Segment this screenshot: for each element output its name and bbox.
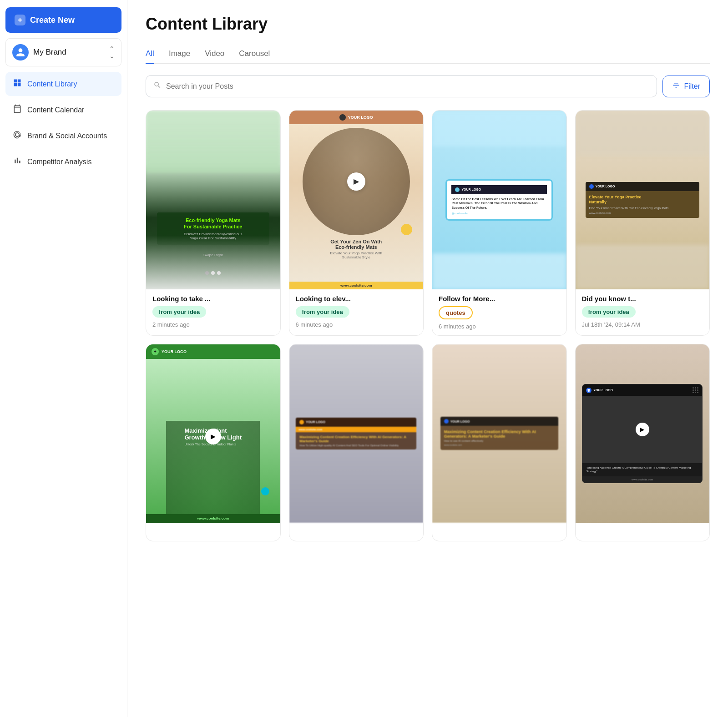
content-tabs: All Image Video Carousel [146,45,710,64]
at-icon [13,130,22,141]
tab-image[interactable]: Image [169,45,190,64]
content-card-3[interactable]: YOUR LOGO Some Of The Best Lessons We Ev… [432,110,567,336]
content-card-7[interactable]: YOUR LOGO Maximizing Content Creation Ef… [432,344,567,542]
card-title-3: Follow for More... [439,295,560,303]
tab-carousel[interactable]: Carousel [239,45,270,64]
card-timestamp-3: 6 minutes ago [439,323,560,330]
brand-name-label: My Brand [33,48,105,57]
avatar [12,44,29,61]
card-tag-2: from your idea [296,306,349,318]
filter-icon [672,81,680,91]
card-image-8: YOUR LOGO ▶ "Unlocking Audience Growth: … [576,344,710,523]
sidebar-item-label-content-calendar: Content Calendar [27,106,84,114]
create-new-button[interactable]: + Create New [5,7,121,33]
card-title-2: Looking to elev... [296,295,417,303]
card-image-4: YOUR LOGO Elevate Your Yoga PracticeNatu… [576,111,710,289]
card-tag-4: from your idea [582,306,636,318]
search-icon [153,81,162,91]
sidebar-item-label-brand-social: Brand & Social Accounts [27,132,107,140]
search-input[interactable] [166,82,649,91]
sidebar-item-content-library[interactable]: Content Library [5,72,121,96]
filter-label: Filter [684,82,700,91]
content-card-5[interactable]: + YOUR LOGO Maximize PlantGrowth In Low … [146,344,281,542]
plus-icon: + [15,15,25,25]
card-timestamp-2: 6 minutes ago [296,321,417,328]
card-image-1: Eco-friendly Yoga MatsFor Sustainable Pr… [146,111,280,289]
sidebar-item-label-content-library: Content Library [27,80,77,88]
card-timestamp-1: 2 minutes ago [152,321,274,328]
card-image-3: YOUR LOGO Some Of The Best Lessons We Ev… [432,111,566,289]
card-image-7: YOUR LOGO Maximizing Content Creation Ef… [432,344,566,523]
card-footer-4: Did you know t... from your idea Jul 18t… [576,289,710,333]
card-footer-5 [146,523,280,541]
page-title: Content Library [146,15,710,34]
content-card-4[interactable]: YOUR LOGO Elevate Your Yoga PracticeNatu… [575,110,710,336]
card-tag-3: quotes [439,306,473,319]
card-footer-3: Follow for More... quotes 6 minutes ago [432,289,566,335]
card-footer-6 [289,523,424,541]
search-box[interactable] [146,75,657,97]
sidebar-item-content-calendar[interactable]: Content Calendar [5,98,121,122]
card-image-6: YOUR LOGO www.coolsite.com Maximizing Co… [289,344,424,523]
search-row: Filter [146,75,710,97]
card-title-1: Looking to take ... [152,295,274,303]
main-content: Content Library All Image Video Carousel… [127,0,728,717]
create-new-label: Create New [30,15,75,25]
barchart-icon [13,156,22,167]
content-card-8[interactable]: YOUR LOGO ▶ "Unlocking Audience Growth: … [575,344,710,542]
card-footer-7 [432,523,566,541]
sidebar-item-competitor-analysis[interactable]: Competitor Analysis [5,150,121,174]
content-card-1[interactable]: Eco-friendly Yoga MatsFor Sustainable Pr… [146,110,281,336]
card-title-4: Did you know t... [582,295,703,303]
card-image-2: YOUR LOGO ▶ Get Your Zen On WithEco-frie… [289,111,424,289]
card-footer-8 [576,523,710,541]
card-footer-1: Looking to take ... from your idea 2 min… [146,289,280,333]
sidebar-item-brand-social[interactable]: Brand & Social Accounts [5,124,121,148]
card-image-5: + YOUR LOGO Maximize PlantGrowth In Low … [146,344,280,523]
sidebar: + Create New My Brand ⌃⌄ Content Library… [0,0,127,717]
filter-button[interactable]: Filter [662,76,710,97]
sidebar-item-label-competitor-analysis: Competitor Analysis [27,158,91,166]
grid-icon [13,78,22,90]
content-grid: Eco-friendly Yoga MatsFor Sustainable Pr… [146,110,710,541]
card-footer-2: Looking to elev... from your idea 6 minu… [289,289,424,333]
card-timestamp-4: Jul 18th '24, 09:14 AM [582,321,703,328]
brand-selector[interactable]: My Brand ⌃⌄ [5,38,121,66]
content-card-6[interactable]: YOUR LOGO www.coolsite.com Maximizing Co… [289,344,424,542]
tab-all[interactable]: All [146,45,154,64]
chevron-updown-icon: ⌃⌄ [109,45,115,60]
tab-video[interactable]: Video [205,45,224,64]
content-card-2[interactable]: YOUR LOGO ▶ Get Your Zen On WithEco-frie… [289,110,424,336]
calendar-icon [13,104,22,116]
card-tag-1: from your idea [152,306,206,318]
